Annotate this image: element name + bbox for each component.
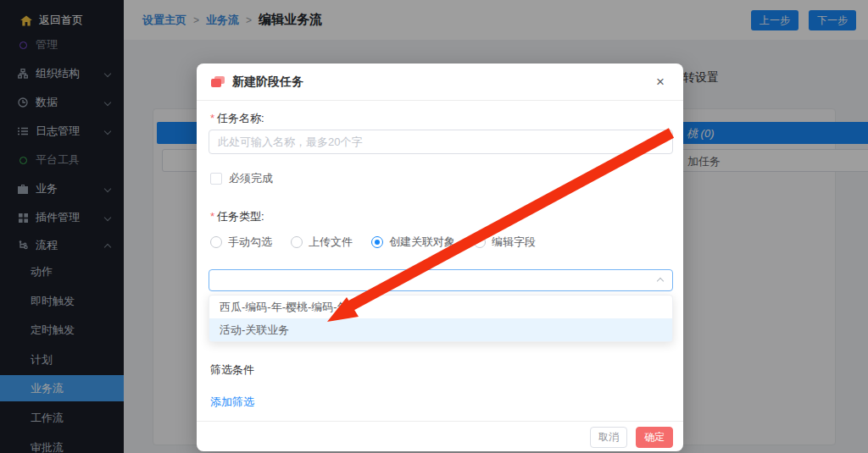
must-complete-checkbox-row[interactable]: 必须完成 (210, 171, 273, 186)
filter-section-label: 筛选条件 (210, 362, 254, 378)
dropdown-option-watermelon[interactable]: 西瓜-编码-年-樱桃-编码-年 (209, 296, 672, 318)
task-name-input[interactable] (209, 130, 673, 154)
radio-manual-check[interactable]: 手动勾选 (210, 235, 272, 250)
checkbox-unchecked-icon[interactable] (210, 173, 222, 185)
radio-create-related-object[interactable]: 创建关联对象 (371, 235, 455, 250)
must-complete-label: 必须完成 (229, 171, 273, 186)
radio-label: 创建关联对象 (389, 235, 455, 250)
select-dropdown-panel: 西瓜-编码-年-樱桃-编码-年 活动-关联业务 (209, 295, 673, 342)
modal-footer: 取消 确定 (197, 421, 683, 451)
required-asterisk: * (210, 112, 214, 124)
radio-label: 手动勾选 (228, 235, 272, 250)
close-icon[interactable]: × (651, 73, 670, 91)
radio-selected-icon[interactable] (371, 236, 383, 248)
task-type-label: *任务类型: (210, 209, 264, 224)
modal-title: 新建阶段任务 (232, 75, 303, 90)
task-type-radio-group: 手动勾选 上传文件 创建关联对象 编辑字段 (210, 235, 536, 250)
new-stage-task-modal: 新建阶段任务 × *任务名称: 必须完成 *任务类型: 手动勾选 上传文件 (197, 64, 683, 451)
modal-header: 新建阶段任务 × (197, 64, 683, 101)
app-root: 返回首页 管理 组织结构 数据 日志管理 (0, 0, 868, 453)
radio-label: 编辑字段 (492, 235, 536, 250)
related-object-select[interactable] (209, 269, 673, 291)
add-filter-link[interactable]: 添加筛选 (210, 395, 254, 410)
chevron-up-icon (657, 278, 664, 285)
dropdown-option-activity-related[interactable]: 活动-关联业务 (209, 318, 672, 341)
task-name-label: *任务名称: (210, 111, 264, 126)
radio-icon[interactable] (474, 236, 486, 248)
cancel-button[interactable]: 取消 (590, 427, 627, 448)
radio-icon[interactable] (291, 236, 303, 248)
folder-icon (211, 76, 225, 87)
radio-edit-field[interactable]: 编辑字段 (474, 235, 536, 250)
radio-upload-file[interactable]: 上传文件 (291, 235, 353, 250)
required-asterisk: * (210, 210, 214, 223)
confirm-button[interactable]: 确定 (636, 427, 673, 448)
radio-label: 上传文件 (309, 235, 353, 250)
radio-icon[interactable] (210, 236, 222, 248)
